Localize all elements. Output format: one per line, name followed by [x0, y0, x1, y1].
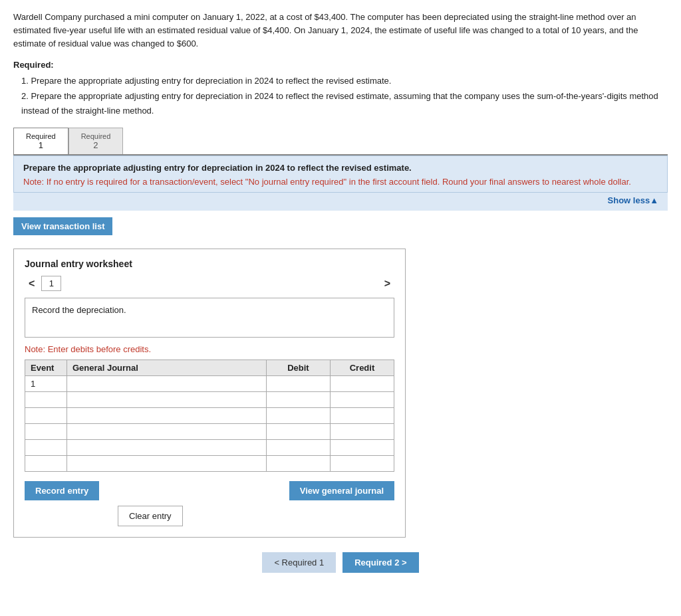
- debit-cell-5[interactable]: [266, 440, 330, 456]
- debit-input-1[interactable]: [267, 376, 330, 391]
- debit-cell-4[interactable]: [266, 424, 330, 440]
- credit-cell-2[interactable]: [330, 392, 394, 408]
- show-less-btn[interactable]: Show less▲: [608, 195, 658, 205]
- journal-cell-4[interactable]: [67, 424, 266, 440]
- col-header-journal: General Journal: [67, 360, 266, 376]
- event-num-3: [25, 408, 67, 424]
- credit-cell-6[interactable]: [330, 456, 394, 472]
- required-items: 1. Prepare the appropriate adjusting ent…: [13, 74, 668, 118]
- page-number: 1: [41, 276, 61, 291]
- table-row: [25, 440, 394, 456]
- required-header: Required:: [13, 60, 668, 70]
- view-journal-btn[interactable]: View general journal: [289, 481, 394, 500]
- credit-cell-1[interactable]: [330, 376, 394, 392]
- show-less-area: Show less▲: [13, 193, 668, 211]
- debit-cell-3[interactable]: [266, 408, 330, 424]
- journal-cell-6[interactable]: [67, 456, 266, 472]
- journal-input-1[interactable]: [67, 376, 266, 391]
- worksheet-title: Journal entry worksheet: [25, 258, 394, 269]
- next-required-btn[interactable]: Required 2 >: [342, 552, 418, 573]
- debit-input-5[interactable]: [267, 440, 330, 455]
- journal-cell-3[interactable]: [67, 408, 266, 424]
- tab-required-1[interactable]: Required 1: [13, 128, 68, 154]
- debit-input-6[interactable]: [267, 456, 330, 471]
- clear-entry-btn[interactable]: Clear entry: [118, 506, 183, 526]
- intro-text: Wardell Company purchased a mini compute…: [13, 11, 668, 51]
- credit-input-3[interactable]: [331, 408, 394, 423]
- event-num-4: [25, 424, 67, 440]
- credit-input-2[interactable]: [331, 392, 394, 407]
- event-num-1: 1: [25, 376, 67, 392]
- credit-input-4[interactable]: [331, 424, 394, 439]
- table-row: 1: [25, 376, 394, 392]
- credit-input-1[interactable]: [331, 376, 394, 391]
- record-entry-btn[interactable]: Record entry: [25, 481, 99, 500]
- required-item-2: 2. Prepare the appropriate adjusting ent…: [13, 89, 668, 118]
- col-header-debit: Debit: [266, 360, 330, 376]
- note-debits: Note: Enter debits before credits.: [25, 344, 394, 354]
- credit-input-6[interactable]: [331, 456, 394, 471]
- tab-required-2[interactable]: Required 2: [68, 128, 124, 154]
- event-num-5: [25, 440, 67, 456]
- nav-row: < 1 >: [25, 276, 394, 291]
- col-header-event: Event: [25, 360, 67, 376]
- btn-row-1: Record entry View general journal: [25, 481, 394, 500]
- debit-cell-6[interactable]: [266, 456, 330, 472]
- info-main-text: Prepare the appropriate adjusting entry …: [23, 163, 658, 173]
- debit-input-4[interactable]: [267, 424, 330, 439]
- event-num-2: [25, 392, 67, 408]
- journal-input-5[interactable]: [67, 440, 266, 455]
- credit-cell-4[interactable]: [330, 424, 394, 440]
- credit-cell-5[interactable]: [330, 440, 394, 456]
- journal-input-4[interactable]: [67, 424, 266, 439]
- info-note-text: Note: If no entry is required for a tran…: [23, 175, 658, 189]
- event-num-6: [25, 456, 67, 472]
- credit-input-5[interactable]: [331, 440, 394, 455]
- table-row: [25, 424, 394, 440]
- col-header-credit: Credit: [330, 360, 394, 376]
- tabs-row: Required 1 Required 2: [13, 128, 668, 155]
- worksheet-container: Journal entry worksheet < 1 > Record the…: [13, 249, 406, 538]
- journal-cell-2[interactable]: [67, 392, 266, 408]
- prev-required-btn[interactable]: < Required 1: [262, 552, 336, 573]
- journal-input-3[interactable]: [67, 408, 266, 423]
- journal-input-6[interactable]: [67, 456, 266, 471]
- credit-cell-3[interactable]: [330, 408, 394, 424]
- table-row: [25, 392, 394, 408]
- bottom-nav: < Required 1 Required 2 >: [13, 552, 668, 573]
- journal-table: Event General Journal Debit Credit 1: [25, 359, 394, 472]
- btn-row-2: Clear entry: [25, 506, 394, 526]
- journal-input-2[interactable]: [67, 392, 266, 407]
- table-row: [25, 408, 394, 424]
- table-row: [25, 456, 394, 472]
- journal-cell-5[interactable]: [67, 440, 266, 456]
- debit-input-2[interactable]: [267, 392, 330, 407]
- description-box: Record the depreciation.: [25, 298, 394, 338]
- debit-cell-2[interactable]: [266, 392, 330, 408]
- required-item-1: 1. Prepare the appropriate adjusting ent…: [13, 74, 668, 88]
- view-transaction-btn[interactable]: View transaction list: [13, 217, 112, 235]
- prev-page-btn[interactable]: <: [25, 276, 39, 291]
- debit-input-3[interactable]: [267, 408, 330, 423]
- info-box: Prepare the appropriate adjusting entry …: [13, 155, 668, 193]
- next-page-btn[interactable]: >: [380, 276, 394, 291]
- debit-cell-1[interactable]: [266, 376, 330, 392]
- journal-cell-1[interactable]: [67, 376, 266, 392]
